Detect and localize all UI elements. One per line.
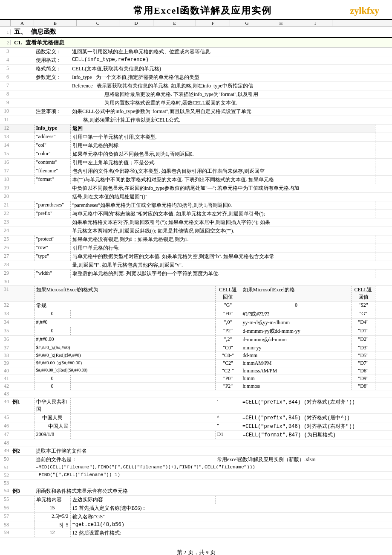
col-header-g: G: [230, 20, 264, 26]
col-header-f: F: [196, 20, 230, 26]
table-row: 16 "contents" 引用中左上角单元格的值；不是公式.: [0, 159, 392, 167]
table-row: 55 单元格内容 左边实际内容: [0, 496, 392, 504]
page-header: 常用Excel函数详解及应用实例 zylkfxy: [0, 0, 392, 20]
col-header-b: B: [34, 20, 77, 26]
table-row: 45 中国人民 ^ =CELL("prefix",B45) (对齐格式(居中^)…: [0, 414, 392, 422]
table-row: 7 Reference 表示要获取其有关信息的单元格. 如果忽略,则在info_…: [0, 82, 392, 90]
table-row: 44 例1 中华人民共和国 ' =CELL("prefix",B44) (对齐格…: [0, 398, 392, 414]
table-row: 43: [0, 390, 392, 398]
table-row: 22 "prefix" 与单元格中不同的"标志前缀"相对应的文本值. 如果单元格…: [0, 210, 392, 218]
table-row: 18 "format" 本("")与单元格中不同的数字格式相对应的文本值. 下表…: [0, 176, 392, 184]
table-row: 57 2.5|=5/2 输入名称:"GS": [0, 513, 392, 521]
table-row: 39 $#,##0.00_);($#,##0.00) "C2" h:mmAM/P…: [0, 360, 392, 367]
page-title: 常用Excel函数详解及应用实例: [133, 4, 272, 17]
table-row: 53: [0, 479, 392, 487]
table-row: 6 参数定义： Info_type 为一个文本值,指定所需要的单元格信息的类型: [0, 73, 392, 82]
table-row: 36 #,##0.00 ",2" d-mmmm或dd-mmm "D2": [0, 336, 392, 344]
table-row: 12 Info_type 返回: [0, 125, 392, 133]
table-row: 41 0 "P0" h:mm "D9": [0, 375, 392, 383]
table-row: 27 "type" 与单元格中的数据类型相对应的文本值. 如果单元格为空,则返回…: [0, 253, 392, 261]
col-header-h: H: [264, 20, 298, 26]
table-row: 17 "filename" 包含引用的文件名(全部路径),文本类型. 如果包含目…: [0, 167, 392, 176]
table-row: 51 =MID(CELL("filename"),FIND("[",CELL("…: [0, 464, 392, 472]
col-header-d: D: [119, 20, 153, 26]
table-row: 21 "parentheses" "parentheses"如果单元格为正值或全…: [0, 201, 392, 210]
table-row: 49 例2 提取本工作簿的文件名: [0, 447, 392, 456]
table-row: 33 0 "F0" #?/?或#??/?? "G": [0, 310, 392, 319]
table-row: 42 0 "P2" h:mm:ss "D8": [0, 383, 392, 390]
table-row: 56 15 15 首先插入定义名称(选中B56)：: [0, 504, 392, 513]
table-row: 13 "address" 引用中第一个单元格的引用,文本类型.: [0, 133, 392, 142]
subsection-title: C1. 查看单元格信息: [11, 39, 64, 46]
table-row: 54 例3 用函数和条件格式来显示含有公式单元格: [0, 487, 392, 496]
column-headers: A B C D E F G H I: [0, 20, 392, 26]
table-row: 8 息将返回给最后更改的单元格. 下表描述info_type为"format",…: [0, 90, 392, 99]
table-row: 9 为用内置数字格式设置的单元格时,函数CELL返回的文本值.: [0, 99, 392, 108]
content-table: 3 函数定义： 返回某一引用区域的左上角单元格的格式、位置或内容等信息. 4 使…: [0, 48, 392, 538]
table-row: 40 $#,##0.00_);[Red]($#,##0.00) "C2-" h:…: [0, 367, 392, 375]
table-row: 25 "protect" 如果单元格没有锁定,则为0；如果单元格锁定,则为1.: [0, 235, 392, 244]
table-row: 52 -FIND("[",CELL("filename"))-1): [0, 472, 392, 479]
table-row: 37 $#,##0_);($#,##0) "C0" mmm-yy "D3": [0, 344, 392, 352]
table-row: 4 使用格式： CELL(info_type,reference): [0, 56, 392, 65]
table-row: 34 #,##0 ",0" yy-m-d或yy-m-dh:mm "D4": [0, 319, 392, 327]
col-header-c: C: [77, 20, 119, 26]
page-footer: 第 2 页，共 9 页: [0, 542, 392, 555]
table-row: 23 如果单元格格文本右对齐,则返回双引号("); 如果单元格文本居中,则返回插…: [0, 218, 392, 227]
table-row: 29 "width" 取整后的单元格的列宽. 列宽以默认字号的一个字符的宽度为单…: [0, 270, 392, 278]
table-row: 32 常规 "G" 0 "S2": [0, 302, 392, 310]
col-header-e: E: [153, 20, 196, 26]
table-row: 59 12 12 然后设置条件格式:: [0, 529, 392, 538]
page: 常用Excel函数详解及应用实例 zylkfxy A B C D E F G H…: [0, 0, 392, 555]
table-row: 15 "color" 如果单元格中的负值以不同颜色显示,则为1,否则返回0.: [0, 150, 392, 159]
table-row: 11 格,则必须重新计算工作表以更新CELL公式.: [0, 116, 392, 125]
table-row: 31 如果MicrosoftExcel的格式为 CELL返回值 如果Micros…: [0, 286, 392, 302]
table-row: 20 括号,则在文本值的结尾处返回"()": [0, 193, 392, 201]
table-row: 19 中负值以不同颜色显示,在返回的info_type参数值的结尾处加"—"; …: [0, 184, 392, 193]
table-row: 58 5|=5 =get.cell(48,b56): [0, 521, 392, 529]
table-row: 47 2009/1/8 D1 =CELL("format",B47) (为日期格…: [0, 431, 392, 439]
col-header-a: A: [11, 20, 34, 26]
table-row: 5 格式简义： CELL(文本值,获取其有关信息的单元格): [0, 65, 392, 73]
logo: zylkfxy: [350, 5, 379, 16]
col-header-empty: [0, 20, 11, 26]
row-2: 2 C1. 查看单元格信息: [0, 38, 392, 48]
table-row: 28 量,则返回"l". 如果单元格包含其他内容,则返回"v".: [0, 261, 392, 270]
row-1: 1 五、 信息函数: [0, 26, 392, 38]
table-row: 38 $#,##0_);[Red]($#,##0) "C0-" dd-mm "D…: [0, 352, 392, 360]
table-row: 35 0 "P2" d-mmmm-yy或dd-mmm-yy "D1": [0, 327, 392, 336]
table-row: 30: [0, 278, 392, 286]
table-row: 46 中国人民 " =CELL("prefix",B46) (对齐格式(右对齐"…: [0, 422, 392, 431]
table-row: 24 单元格文本两端对齐,则返回反斜线(\); 如果是其他情况,则返回空文本("…: [0, 227, 392, 235]
table-row: 14 "col" 引用中单元格的列标.: [0, 142, 392, 150]
table-row: 26 "row" 引用中单元格的行号.: [0, 244, 392, 253]
footer-text: 第 2 页，共 9 页: [177, 549, 216, 555]
col-header-i: I: [298, 20, 332, 26]
section-title: 五、 信息函数: [11, 28, 56, 36]
table-row: 50 当前的文件名是： 常用excel函数详解及应用实例（新版）.xlsm: [0, 456, 392, 464]
table-row: 10 注意事项： 如果CELL公式中的info_type参数为"format",…: [0, 108, 392, 116]
table-row: 3 函数定义： 返回某一引用区域的左上角单元格的格式、位置或内容等信息.: [0, 48, 392, 56]
table-row: 48: [0, 439, 392, 447]
